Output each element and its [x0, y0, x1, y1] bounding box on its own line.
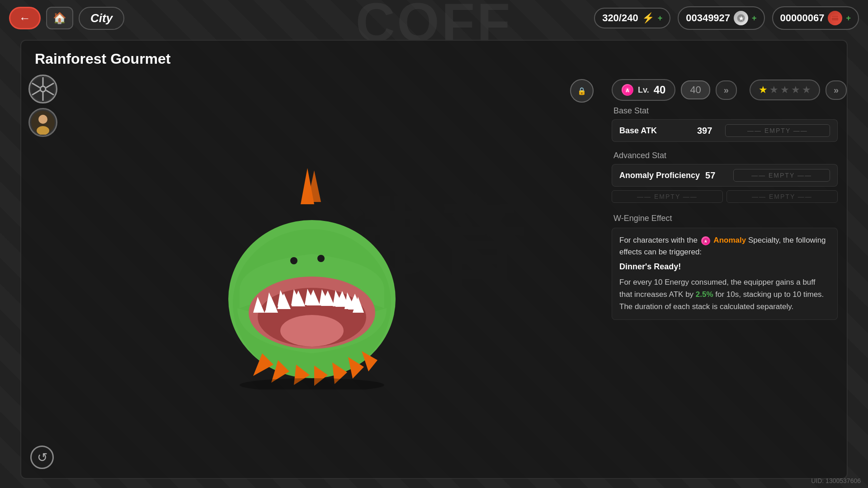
currency2-item: 00000067 + [772, 6, 859, 30]
advance-stars-icon: » [834, 85, 839, 95]
monster-character [203, 164, 420, 389]
svg-text:A: A [704, 239, 707, 244]
anomaly-prof-label: Anomaly Proficiency [619, 171, 700, 180]
lv-number: 40 [654, 84, 666, 96]
back-button[interactable]: ← [9, 7, 41, 29]
refresh-icon: ↺ [37, 450, 47, 465]
right-panel: A Lv. 40 40 » ★ ★ ★ ★ ★ [603, 75, 847, 478]
svg-rect-2 [831, 15, 839, 21]
panel-body: 🔒 [21, 75, 847, 478]
base-stat-label: Base Stat [612, 106, 838, 116]
level-row: A Lv. 40 40 » ★ ★ ★ ★ ★ [612, 79, 838, 101]
svg-point-39 [317, 255, 325, 262]
currency2-value: 00000067 [780, 12, 825, 24]
main-panel: Rainforest Gourmet [20, 40, 848, 479]
star-5: ★ [802, 84, 811, 96]
star-2: ★ [769, 84, 778, 96]
effect-section: W-Engine Effect For characters with the [612, 214, 838, 320]
energy-bar: 320/240 ⚡ + [594, 8, 670, 28]
lv-current: 40 [681, 80, 710, 99]
star-1: ★ [759, 84, 768, 96]
topbar-right: 320/240 ⚡ + 00349927 ★ + 00000067 + [594, 6, 859, 30]
currency1-value: 00349927 [686, 12, 730, 24]
base-atk-value: 397 [697, 126, 720, 136]
currency1-plus[interactable]: + [752, 14, 757, 23]
svg-point-13 [38, 115, 47, 124]
currency1-item: 00349927 ★ + [678, 6, 764, 30]
home-icon: 🏠 [53, 12, 66, 24]
lock-button[interactable]: 🔒 [570, 79, 594, 103]
adv-empty-pill-2: —— EMPTY —— [726, 190, 838, 203]
base-stat-section: Base Stat Base ATK 397 —— EMPTY —— [612, 106, 838, 145]
atk-highlight: 2.5% [696, 290, 713, 299]
level-icon: A [622, 84, 633, 96]
advance-stars-button[interactable]: » [826, 80, 847, 100]
lightning-icon: ⚡ [642, 12, 654, 24]
svg-point-21 [280, 315, 344, 347]
anomaly-inline-icon: A [701, 236, 710, 245]
anomaly-word: Anomaly [713, 236, 746, 244]
anomaly-prof-empty-bar: —— EMPTY —— [733, 169, 830, 182]
currency2-icon [828, 11, 842, 25]
effect-box: For characters with the A [612, 228, 838, 320]
effect-trigger-text: For characters with the A [619, 235, 830, 258]
energy-value: 320/240 [602, 12, 638, 24]
lock-icon: 🔒 [577, 87, 586, 95]
svg-point-47 [240, 378, 384, 389]
panel-title: Rainforest Gourmet [21, 41, 847, 75]
lv-label: Lv. [638, 85, 649, 95]
character-view: 🔒 [21, 75, 603, 478]
base-atk-empty-bar: —— EMPTY —— [725, 124, 830, 137]
level-badge: A Lv. 40 [612, 79, 675, 101]
adv-empty-pill-1: —— EMPTY —— [612, 190, 723, 203]
anomaly-prof-value: 57 [705, 170, 728, 181]
svg-text:★: ★ [739, 15, 744, 22]
char-icon-person[interactable] [28, 108, 57, 137]
currency1-icon: ★ [734, 11, 748, 25]
base-atk-label: Base ATK [619, 126, 692, 136]
base-atk-row: Base ATK 397 —— EMPTY —— [612, 119, 838, 142]
location-badge: City [79, 7, 124, 30]
char-icons [28, 75, 57, 137]
star-3: ★ [780, 84, 789, 96]
back-icon: ← [19, 11, 31, 25]
topbar: ← 🏠 City 320/240 ⚡ + 00349927 ★ + 000000… [0, 0, 868, 36]
adv-empty-row: —— EMPTY —— —— EMPTY —— [612, 190, 838, 203]
advance-level-button[interactable]: » [716, 80, 737, 100]
adv-stat-section: Advanced Stat Anomaly Proficiency 57 —— … [612, 151, 838, 206]
anomaly-prof-row: Anomaly Proficiency 57 —— EMPTY —— [612, 164, 838, 187]
effect-name: Dinner's Ready! [619, 262, 830, 272]
adv-stat-label: Advanced Stat [612, 151, 838, 160]
advance-level-icon: » [724, 85, 729, 95]
home-button[interactable]: 🏠 [46, 7, 73, 29]
stars-container: ★ ★ ★ ★ ★ [750, 80, 820, 100]
energy-plus[interactable]: + [658, 14, 663, 23]
svg-text:A: A [626, 88, 629, 93]
svg-point-38 [290, 257, 297, 264]
location-text: City [90, 11, 113, 25]
effect-title: W-Engine Effect [612, 214, 838, 223]
base-atk-empty-text: —— EMPTY —— [747, 127, 808, 134]
anomaly-prof-empty-text: —— EMPTY —— [751, 172, 812, 179]
star-4: ★ [791, 84, 800, 96]
char-icon-monster[interactable] [28, 75, 57, 103]
effect-desc: For every 10 Energy consumed, the equipp… [619, 276, 830, 313]
refresh-button[interactable]: ↺ [30, 446, 54, 469]
currency2-plus[interactable]: + [846, 14, 851, 23]
uid-text: UID: 1300537606 [811, 477, 861, 484]
